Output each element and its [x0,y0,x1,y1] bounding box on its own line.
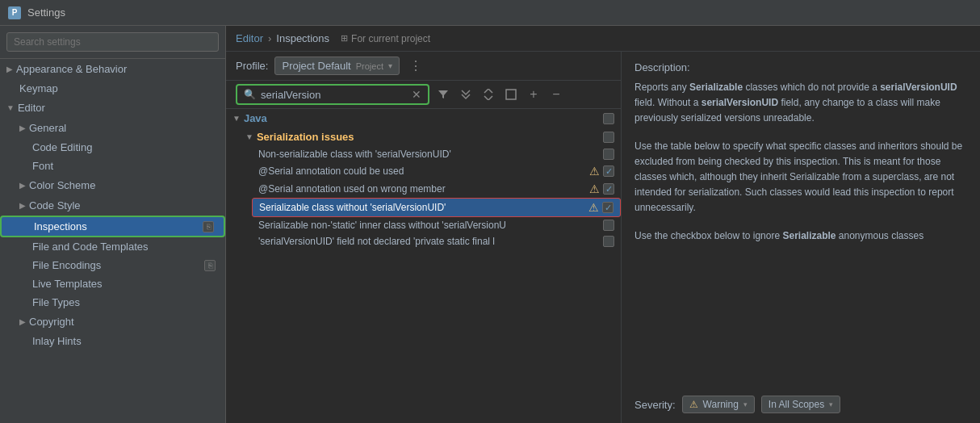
item-checkbox[interactable]: ✓ [603,165,614,177]
chevron-right-icon: ▶ [6,65,13,73]
sidebar-item-label: Live Templates [32,278,102,290]
tree-section-java[interactable]: ▼ Java [226,109,621,128]
sidebar-item-label: File Encodings [32,259,101,271]
item-label: 'serialVersionUID' field not declared 'p… [258,236,495,247]
sidebar-item-file-encodings[interactable]: File Encodings ⎘ [0,256,225,274]
clear-search-button[interactable]: ✕ [412,88,421,101]
sidebar-item-color-scheme[interactable]: ▶ Color Scheme [0,175,225,195]
java-section-checkbox[interactable] [603,113,614,124]
item-checkbox[interactable] [603,149,614,160]
description-text: Reports any Serializable classes which d… [634,80,967,127]
profile-value: Project Default [282,60,350,72]
sidebar-item-file-code-templates[interactable]: File and Code Templates [0,237,225,256]
item-checkbox[interactable]: ✓ [602,202,614,213]
filter-button[interactable] [434,86,452,103]
tree-section-serialization[interactable]: ▼ Serialization issues [239,128,621,146]
serialization-section-checkbox[interactable] [603,132,614,143]
severity-label: Severity: [634,399,676,411]
warning-icon: ⚠ [589,165,600,178]
sidebar-item-label: Copyright [29,316,74,328]
serialization-subsection: ▼ Serialization issues Non-serializable … [226,128,621,249]
sidebar-item-inlay-hints[interactable]: Inlay Hints [0,332,225,350]
item-checkbox[interactable] [603,220,614,231]
breadcrumb: Editor › Inspections ⊞ For current proje… [226,26,980,52]
sidebar-item-keymap[interactable]: Keymap [0,79,225,98]
description-text-3: Use the checkbox below to ignore Seriali… [634,228,967,244]
sidebar-item-live-templates[interactable]: Live Templates [0,274,225,293]
right-panel: Description: Reports any Serializable cl… [622,52,980,423]
search-input[interactable] [261,89,407,101]
tree-item[interactable]: @Serial annotation used on wrong member … [252,180,621,198]
item-label: Serializable class without 'serialVersio… [259,202,446,213]
remove-button[interactable]: − [547,86,565,103]
breadcrumb-current: Inspections [276,32,329,44]
tree-items-container: Non-serializable class with 'serialVersi… [239,146,621,249]
check-icon: ✓ [605,184,613,195]
profile-label: Profile: [236,60,268,72]
item-checkbox[interactable] [603,236,614,247]
sidebar-item-label: General [29,122,66,134]
severity-bar: Severity: ⚠ Warning ▾ In All Scopes ▾ [634,383,967,413]
item-checkbox[interactable]: ✓ [603,183,614,195]
sidebar-item-code-editing[interactable]: Code Editing [0,138,225,157]
sidebar: ▶ Appearance & Behavior Keymap ▼ Editor … [0,26,226,423]
sidebar-item-copyright[interactable]: ▶ Copyright [0,312,225,332]
content-area: Profile: Project Default Project ▾ ⋮ 🔍 ✕ [226,52,980,423]
sidebar-item-code-style[interactable]: ▶ Code Style [0,195,225,216]
sidebar-item-label: Color Scheme [29,179,95,191]
tree-item[interactable]: @Serial annotation could be used ⚠ ✓ [252,162,621,180]
sidebar-item-label: Editor [18,102,45,114]
severity-value: Warning [703,399,739,410]
tree-item[interactable]: Non-serializable class with 'serialVersi… [252,146,621,162]
for-project-link[interactable]: ⊞ For current project [341,33,430,44]
search-box: 🔍 ✕ [236,84,429,105]
red-arrow-icon: ➤ [619,199,621,216]
tree-container: ▼ Java ▼ Serialization issues [226,109,621,423]
tree-item-selected[interactable]: Serializable class without 'serialVersio… [252,198,621,217]
collapse-all-button[interactable] [480,86,497,103]
sidebar-item-general[interactable]: ▶ General [0,118,225,138]
chevron-right-icon: ▶ [19,201,26,210]
sidebar-item-file-types[interactable]: File Types [0,293,225,312]
chevron-right-icon: ▶ [19,181,26,190]
sidebar-item-label: Inlay Hints [32,335,82,347]
expand-all-button[interactable] [457,86,475,103]
serialization-section-label: Serialization issues [257,131,354,143]
chevron-right-icon: ▶ [19,124,26,132]
sidebar-item-editor[interactable]: ▼ Editor [0,98,225,118]
project-icon: ⊞ [341,33,348,44]
toolbar-bar: 🔍 ✕ [226,81,621,109]
item-label: @Serial annotation could be used [258,165,404,177]
search-icon: 🔍 [244,89,256,100]
profile-tag: Project [356,61,383,71]
title-bar-text: Settings [27,6,65,19]
description-title: Description: [634,61,967,73]
dropdown-arrow-icon: ▾ [388,61,392,70]
profile-select[interactable]: Project Default Project ▾ [274,57,400,75]
item-label: Serializable non-'static' inner class wi… [258,220,506,231]
sidebar-item-appearance[interactable]: ▶ Appearance & Behavior [0,59,225,79]
preview-button[interactable] [502,86,520,103]
app-icon: P [8,6,21,19]
breadcrumb-parent[interactable]: Editor [236,32,263,44]
scope-select[interactable]: In All Scopes ▾ [761,396,840,413]
svg-rect-0 [506,90,516,99]
dropdown-arrow-icon: ▾ [829,400,833,408]
for-project-label: For current project [351,33,430,44]
warning-icon: ⚠ [589,182,600,195]
tree-item[interactable]: 'serialVersionUID' field not declared 'p… [252,233,621,249]
add-button[interactable]: + [525,86,542,103]
java-section-label: Java [244,112,267,124]
sidebar-item-label: Font [32,160,53,172]
chevron-down-icon: ▼ [232,114,241,123]
tree-item[interactable]: Serializable non-'static' inner class wi… [252,217,621,233]
description-text-2: Use the table below to specify what spec… [634,139,967,216]
kebab-menu-button[interactable]: ⋮ [409,58,424,73]
sidebar-search-container [0,26,225,59]
severity-select[interactable]: ⚠ Warning ▾ [682,396,755,413]
sidebar-search-input[interactable] [6,32,219,52]
copy-badge-icon: ⎘ [203,221,214,232]
sidebar-item-inspections[interactable]: Inspections ⎘ [0,216,225,237]
check-icon: ✓ [605,166,613,177]
sidebar-item-font[interactable]: Font [0,157,225,175]
